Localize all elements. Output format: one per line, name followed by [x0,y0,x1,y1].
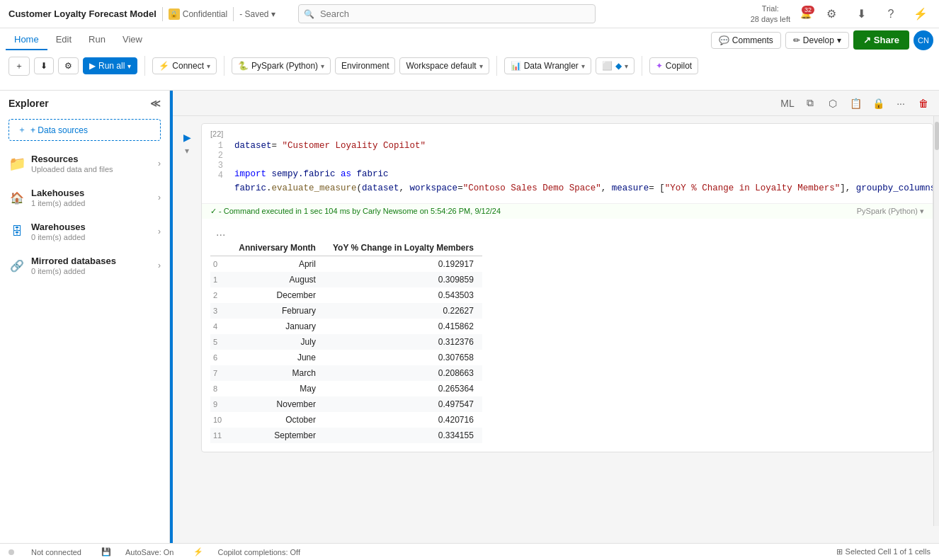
code-line-4: fabric.evaluate_measure(dataset, workspa… [234,183,933,198]
copilot-button[interactable]: ✦ Copilot [649,57,698,74]
row-month: February [230,303,324,319]
table-header-idx [210,240,230,256]
help-button[interactable]: ? [881,4,901,24]
sidebar-content-resources: Resources Uploaded data and files [31,154,158,173]
saved-label: - Saved ▾ [239,9,275,19]
sidebar-collapse-button[interactable]: ≪ [150,98,161,109]
autosave-status: AutoSave: On [125,548,174,556]
row-month: April [230,256,324,273]
sidebar-section-warehouses: 🗄 Warehouses 0 item(s) added › [0,215,169,248]
delete-button[interactable]: 🗑 [914,93,933,113]
table-row: 10 October 0.420716 [210,412,482,428]
search-wrap: 🔍 [298,4,596,23]
row-value: 0.309859 [324,272,482,287]
title-bar-right: Trial: 28 days left 🔔 32 ⚙ ⬇ ? ⚡ [751,4,931,24]
copy-button[interactable]: 📋 [846,93,865,113]
pyspark-kernel-badge[interactable]: PySpark (Python) ▾ [857,207,924,216]
share-icon: ↗ [863,35,871,45]
selected-cell-icon: ⊞ [836,547,843,556]
title-bar: Customer Loyalty Forecast Model 🔒 Confid… [0,0,939,28]
workspace-button[interactable]: Workspace default ▾ [399,57,489,74]
settings-button[interactable]: ⚙ [821,4,841,24]
ribbon-top-right: 💬 Comments ✏ Develop ▾ ↗ Share CN [711,30,933,50]
execution-message: ✓ - Command executed in 1 sec 104 ms by … [210,207,501,216]
code-cell[interactable]: [22] 1 2 3 4 dataset= "Customer Loyality… [202,124,933,203]
share-button[interactable]: ↗ Share [853,30,909,50]
row-value: 0.307658 [324,350,482,365]
row-month: December [230,287,324,303]
format-button[interactable]: ⧉ [800,93,820,113]
more-options-button[interactable]: ··· [891,93,911,113]
tab-home[interactable]: Home [6,30,47,50]
lock-button[interactable]: 🔒 [868,93,888,113]
vertical-scrollbar[interactable] [933,116,939,526]
tab-run[interactable]: Run [80,30,114,50]
vs-icon-button[interactable]: ⬜ ◆ ▾ [596,57,634,74]
row-value: 0.497547 [324,396,482,412]
notebook-share-button[interactable]: ⬡ [823,93,843,113]
row-month: July [230,334,324,350]
app-title: Customer Loyalty Forecast Model [8,8,156,19]
confidential-label: Confidential [183,9,227,19]
lakehouses-chevron: › [158,193,161,202]
row-value: 0.192917 [324,256,482,273]
cell-collapse-button[interactable]: ▾ [185,146,189,156]
connect-chevron: ▾ [207,62,210,70]
autosave-icon: 💾 [101,547,111,556]
sidebar-item-lakehouses[interactable]: 🏠 Lakehouses 1 item(s) added › [0,182,169,213]
confidential-badge: 🔒 Confidential [169,8,227,20]
develop-button[interactable]: ✏ Develop ▾ [785,32,849,49]
scrollbar-thumb[interactable] [935,122,939,150]
sidebar-header: Explorer ≪ [0,91,169,116]
row-idx: 10 [210,412,230,428]
sidebar-item-resources[interactable]: 📁 Resources Uploaded data and files › [0,148,169,179]
title-divider2 [233,7,234,21]
tab-edit[interactable]: Edit [47,30,80,50]
cell-body: [22] 1 2 3 4 dataset= "Customer Loyality… [201,123,933,452]
notebook-toolbar: ML ⧉ ⬡ 📋 🔒 ··· 🗑 [173,91,939,116]
comments-button[interactable]: 💬 Comments [711,32,781,49]
ml-icon-button[interactable]: ML [778,93,797,113]
sidebar-item-warehouses[interactable]: 🗄 Warehouses 0 item(s) added › [0,216,169,247]
pyspark-button[interactable]: 🐍 PySpark (Python) ▾ [232,57,331,74]
window-icon: ⬜ [602,61,613,71]
sidebar-item-mirrored[interactable]: 🔗 Mirrored databases 0 item(s) added › [0,250,169,281]
download-button[interactable]: ⬇ [851,4,871,24]
user-avatar[interactable]: CN [914,30,933,50]
tab-view[interactable]: View [114,30,151,50]
add-data-sources-button[interactable]: ＋ + Data sources [8,119,161,141]
row-value: 0.543503 [324,287,482,303]
table-body: 0 April 0.192917 1 August 0.309859 2 Dec… [210,256,482,444]
row-month: May [230,381,324,396]
share-icon-button[interactable]: ⚡ [911,4,931,24]
table-row: 1 August 0.309859 [210,272,482,287]
data-wrangler-button[interactable]: 📊 Data Wrangler ▾ [504,57,591,74]
table-row: 3 February 0.22627 [210,303,482,319]
settings-ribbon-button[interactable]: ⚙ [58,57,79,74]
cell-run-button[interactable]: ▶ [183,132,191,143]
run-all-button[interactable]: ▶ Run all ▾ [83,57,137,74]
environment-button[interactable]: Environment [335,57,395,74]
cell-wrapper: ▶ ▾ [22] 1 2 3 4 [173,122,939,454]
confidential-icon: 🔒 [169,8,180,20]
sidebar: Explorer ≪ ＋ + Data sources 📁 Resources … [0,91,170,543]
notebook-area: ML ⧉ ⬡ 📋 🔒 ··· 🗑 ▶ ▾ [22] [173,91,939,543]
output-table: Anniversary Month YoY % Change in Loyalt… [210,240,482,443]
table-row: 8 May 0.265364 [210,381,482,396]
pyspark-icon: 🐍 [238,61,249,71]
folder-icon: 📁 [8,156,25,171]
connect-button[interactable]: ⚡ Connect ▾ [152,57,217,74]
wrangler-chevron: ▾ [581,62,585,70]
insert-icon: ⬇ [40,61,47,71]
resources-chevron: › [158,159,161,168]
row-value: 0.208663 [324,365,482,381]
notifications-button[interactable]: 🔔 32 [800,8,812,19]
row-idx: 0 [210,256,230,273]
add-cell-button[interactable]: ＋ [8,57,30,76]
more-dots[interactable]: ... [210,224,924,240]
search-input[interactable] [298,4,596,23]
ribbon-actions: ＋ ⬇ ⚙ ▶ Run all ▾ ⚡ Connect ▾ 🐍 PySpark … [6,50,933,81]
sidebar-content-warehouses: Warehouses 0 item(s) added [31,222,158,241]
insert-button[interactable]: ⬇ [34,57,54,74]
code-line-3: import sempy.fabric as fabric [234,169,933,183]
